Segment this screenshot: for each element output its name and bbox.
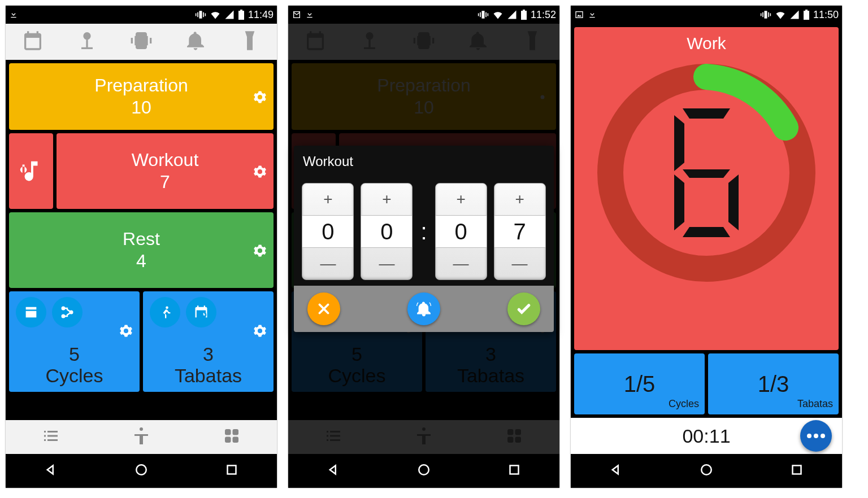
card-rest[interactable]: Rest 4 (9, 212, 274, 288)
prep-value: 10 (131, 97, 151, 118)
vibrate-icon (478, 9, 489, 20)
tab-pose[interactable] (131, 426, 151, 448)
tab-torch[interactable] (238, 29, 261, 54)
vibrate-icon (760, 9, 771, 20)
picker-sec-tens[interactable]: + 0 — (435, 183, 487, 280)
svg-point-30 (701, 465, 711, 475)
gear-icon[interactable] (252, 89, 268, 104)
runner-icon[interactable] (150, 297, 180, 327)
gear-icon[interactable] (252, 242, 268, 258)
nav-home[interactable] (133, 461, 150, 480)
cycles-value: 5 (9, 343, 140, 365)
svg-rect-9 (233, 437, 239, 443)
signal-icon (789, 10, 800, 20)
work-value: 7 (160, 172, 170, 193)
tab-grid[interactable] (222, 426, 242, 448)
nav-recent[interactable] (223, 461, 240, 480)
svg-marker-28 (728, 174, 739, 230)
status-clock: 11:50 (813, 9, 839, 21)
more-fab[interactable] (800, 420, 832, 452)
tabatas-label: Tabatas (143, 365, 274, 386)
bell-button[interactable] (407, 292, 440, 325)
wifi-icon (210, 9, 221, 20)
gear-icon[interactable] (118, 323, 134, 339)
svg-rect-11 (228, 466, 236, 474)
plus-icon[interactable]: + (361, 184, 412, 215)
android-nav-bar (288, 454, 559, 488)
nav-home[interactable] (698, 461, 715, 480)
vibrate-icon (195, 9, 206, 20)
card-tabatas[interactable]: 3 Tabatas (143, 291, 274, 392)
download-icon (588, 10, 597, 19)
minus-icon[interactable]: — (302, 248, 353, 279)
tab-calendar[interactable] (21, 29, 44, 54)
svg-marker-26 (674, 174, 684, 230)
status-bar: 11:49 (6, 6, 277, 24)
plus-icon[interactable]: + (494, 184, 545, 215)
phone-config-screen: 11:49 Preparation 10 W (6, 6, 277, 488)
svg-point-3 (166, 307, 168, 309)
svg-point-20 (419, 465, 429, 475)
tab-list[interactable] (41, 426, 61, 448)
tab-vibrate[interactable] (130, 29, 153, 54)
gear-icon[interactable] (252, 323, 268, 339)
nav-back[interactable] (607, 461, 624, 480)
android-nav-bar (571, 454, 842, 488)
top-tab-bar (6, 24, 277, 60)
bottom-tab-bar (6, 420, 277, 454)
schedule-icon[interactable] (186, 297, 216, 327)
elapsed-time: 00:11 (682, 425, 730, 447)
clapper-icon[interactable] (16, 297, 46, 327)
svg-rect-21 (510, 466, 519, 474)
progress-ring (593, 60, 819, 286)
card-cycles[interactable]: 5 Cycles (9, 291, 140, 392)
stat-cycles[interactable]: 1/5 Cycles (574, 353, 705, 414)
nav-recent[interactable] (788, 461, 805, 480)
nav-back[interactable] (325, 461, 342, 480)
elapsed-bar: 00:11 (571, 418, 842, 454)
digit: 0 (436, 215, 487, 248)
confirm-button[interactable] (507, 292, 540, 325)
plus-icon[interactable]: + (302, 184, 353, 215)
stat-tabatas[interactable]: 1/3 Tabatas (708, 353, 839, 414)
svg-marker-25 (674, 115, 684, 171)
gear-icon[interactable] (252, 163, 268, 179)
minus-icon[interactable]: — (494, 248, 545, 279)
picker-min-tens[interactable]: + 0 — (302, 183, 354, 280)
svg-rect-6 (225, 429, 231, 435)
card-music[interactable] (9, 133, 53, 209)
cancel-button[interactable] (307, 292, 340, 325)
wifi-icon (775, 9, 786, 20)
branch-icon[interactable] (52, 297, 83, 327)
nav-back[interactable] (42, 461, 59, 480)
status-clock: 11:49 (248, 9, 274, 21)
timer-seconds (593, 60, 819, 286)
nav-recent[interactable] (506, 461, 523, 480)
signal-icon (507, 10, 517, 20)
picker-min-ones[interactable]: + 0 — (361, 183, 413, 280)
tabatas-label: Tabatas (797, 398, 833, 410)
minus-icon[interactable]: — (361, 248, 412, 279)
status-bar: 11:50 (571, 6, 842, 24)
cycles-label: Cycles (669, 398, 699, 410)
card-workout[interactable]: Workout 7 (57, 133, 274, 209)
minus-icon[interactable]: — (436, 248, 487, 279)
music-icon (18, 158, 44, 184)
nav-home[interactable] (415, 461, 432, 480)
tabatas-value: 1/3 (758, 372, 789, 397)
signal-icon (224, 10, 235, 20)
tab-bell[interactable] (184, 29, 207, 54)
rest-label: Rest (123, 229, 160, 250)
download-icon (305, 10, 314, 19)
status-bar: 11:52 (288, 6, 559, 24)
svg-rect-31 (793, 466, 801, 474)
picker-sec-ones[interactable]: + 7 — (494, 183, 546, 280)
workout-time-modal: Workout + 0 — + 0 — : + 0 — (294, 146, 554, 332)
card-preparation[interactable]: Preparation 10 (9, 63, 274, 130)
svg-point-10 (136, 465, 146, 475)
timer-card[interactable]: Work (574, 27, 839, 350)
mail-icon (292, 10, 302, 19)
svg-marker-29 (683, 227, 730, 237)
plus-icon[interactable]: + (436, 184, 487, 215)
tab-scale[interactable] (76, 29, 98, 54)
